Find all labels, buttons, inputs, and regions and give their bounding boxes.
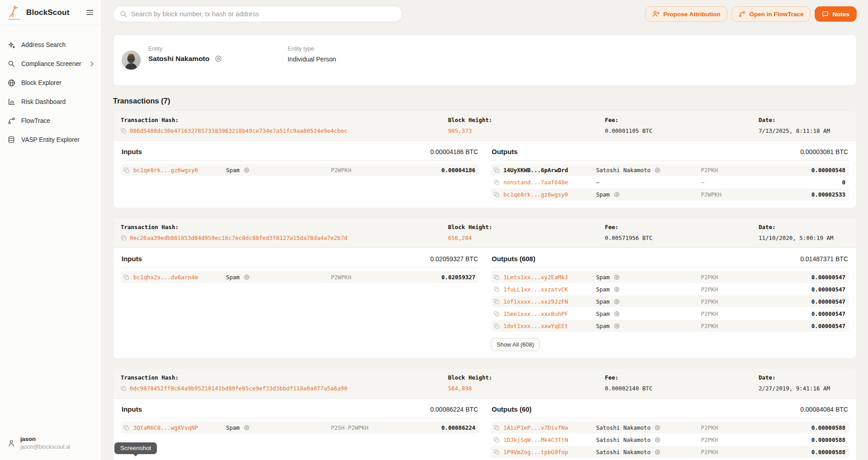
eye-icon[interactable] — [655, 437, 660, 443]
globe-icon — [7, 79, 15, 87]
address-link[interactable]: 1DJkjSqW...Mk4C3TtN — [504, 437, 596, 443]
address-link[interactable]: 1fuLL1xx...xxzatvCK — [504, 286, 596, 293]
sidebar-item-address-search[interactable]: Address Search — [0, 35, 101, 54]
eye-icon[interactable] — [244, 167, 250, 173]
copy-icon[interactable] — [494, 179, 504, 185]
propose-attribution-button[interactable]: Propose Attribution — [645, 6, 727, 22]
copy-icon[interactable] — [494, 449, 504, 455]
copy-icon[interactable] — [494, 299, 504, 305]
transaction-hash-field: Transaction Hash: 086d5408dc30e471632785… — [121, 117, 443, 134]
address-link[interactable]: 14UyXKWB...6pArwDrd — [504, 167, 596, 174]
sidebar-item-compliance-screener[interactable]: Compliance Screener — [0, 54, 101, 73]
eye-icon[interactable] — [614, 299, 620, 305]
sidebar-item-block-explorer[interactable]: Block Explorer — [0, 73, 101, 92]
address-link[interactable]: bc1qe8rk...gz6wgsy0 — [504, 191, 596, 198]
date-value: 7/13/2025, 8:11:18 AM — [759, 127, 830, 134]
address-link[interactable]: 3QtaR6C8...wgXVvqNP — [133, 424, 226, 431]
block-height-value[interactable]: 564,898 — [448, 385, 472, 392]
notes-button[interactable]: Notes — [815, 6, 857, 22]
entity-avatar — [122, 51, 141, 70]
script-type: P2PKH — [701, 274, 776, 281]
sidebar-item-flowtrace[interactable]: FlowTrace — [0, 111, 101, 130]
address-link[interactable]: 1of1xxxx...xxz9JzFN — [504, 298, 596, 305]
outputs-title: Outputs — [492, 148, 518, 155]
address-link[interactable]: bc1qhx2s...dv6arn4m — [133, 274, 226, 281]
copy-icon[interactable] — [494, 192, 504, 197]
copy-icon[interactable] — [123, 167, 133, 173]
attribution-label: Spam — [596, 323, 610, 329]
eye-icon[interactable] — [655, 167, 660, 173]
eye-icon[interactable] — [614, 311, 620, 317]
fee-label: Fee: — [605, 374, 754, 381]
eye-icon[interactable] — [215, 55, 222, 62]
eye-icon[interactable] — [655, 449, 660, 455]
eye-icon[interactable] — [614, 274, 620, 280]
attribution-label: Satoshi Nakamoto — [596, 167, 651, 174]
hamburger-menu-icon[interactable] — [85, 8, 95, 17]
sidebar-item-label: Block Explorer — [21, 80, 61, 86]
user-profile[interactable]: jason jason@blockscout.ai — [0, 429, 101, 460]
script-type: – — [701, 179, 776, 186]
io-row: bc1qhx2s...dv6arn4m Spam P2WPKH 0.020593… — [121, 271, 479, 283]
transaction-hash-value[interactable]: 0dc9878452ff8c64a9b95210141bd80fe85ce9ef… — [130, 385, 348, 392]
copy-icon[interactable] — [123, 274, 133, 280]
transaction-hash-value[interactable]: 086d5408dc30e47163278573383963218b49ce73… — [130, 127, 348, 134]
copy-icon[interactable] — [121, 128, 127, 134]
address-link[interactable]: 1Lets1xx...xy2EaMkJ — [504, 274, 596, 281]
copy-icon[interactable] — [123, 425, 133, 431]
attribution-cell: – — [596, 179, 701, 186]
copy-icon[interactable] — [494, 274, 504, 280]
inputs-rows: bc1qhx2s...dv6arn4m Spam P2WPKH 0.020593… — [121, 271, 479, 283]
eye-icon[interactable] — [655, 425, 660, 431]
io-row: 1See1xxx...xxxBuhPF Spam P2PKH 0.0000054… — [491, 308, 849, 319]
address-link[interactable]: bc1qe8rk...gz6wgsy0 — [133, 167, 226, 174]
sidebar-item-label: Risk Dashboard — [21, 99, 66, 105]
open-in-flowtrace-button[interactable]: Open in FlowTrace — [731, 6, 811, 22]
copy-icon[interactable] — [494, 167, 504, 173]
copy-icon[interactable] — [121, 235, 127, 241]
inputs-total: 0.00004186 BTC — [430, 148, 478, 155]
entity-type-value: Individual Person — [288, 56, 336, 63]
eye-icon[interactable] — [244, 274, 250, 280]
block-height-value[interactable]: 905,373 — [448, 127, 472, 134]
sidebar-item-risk-dashboard[interactable]: Risk Dashboard — [0, 92, 101, 111]
address-link[interactable]: 1dot1xxx...xxwYqEEt — [504, 323, 596, 329]
show-all-button[interactable]: Show All (608) — [491, 338, 540, 351]
fee-value: 0.00571956 BTC — [605, 235, 652, 241]
attribution-cell: Spam — [596, 310, 701, 317]
copy-icon[interactable] — [494, 311, 504, 317]
search-box — [113, 6, 402, 22]
io-row: bc1qe8rk...gz6wgsy0 Spam P2WPKH 0.000025… — [491, 188, 849, 200]
inputs-section: Inputs 0.00004186 BTC bc1qe8rk...gz6wgsy… — [121, 142, 479, 201]
date-field: Date: 11/10/2020, 5:00:19 AM — [759, 224, 849, 241]
copy-icon[interactable] — [494, 425, 504, 431]
attribution-cell: Spam — [596, 286, 701, 293]
address-link[interactable]: 1P9VmZog...tpbG9fop — [504, 449, 596, 455]
eye-icon[interactable] — [614, 323, 620, 329]
entity-card: Entity Satoshi Nakamoto Entity type Indi… — [113, 34, 857, 86]
block-height-field: Block Height: 656,284 — [448, 224, 600, 241]
sidebar-item-vasp-entity-explorer[interactable]: VASP Entity Explorer — [0, 130, 101, 149]
search-input[interactable] — [131, 10, 396, 18]
eye-icon[interactable] — [244, 425, 250, 431]
script-type: P2SH-P2WPKH — [331, 424, 406, 431]
amount: 0.00000547 — [776, 286, 846, 293]
io-row: nonstand...7aaf648e – – 0 — [491, 176, 849, 188]
copy-icon[interactable] — [121, 385, 127, 391]
copy-icon[interactable] — [494, 323, 504, 329]
script-type: P2PKH — [701, 424, 776, 431]
eye-icon[interactable] — [614, 286, 620, 292]
transaction-hash-value[interactable]: 0ec26aa39edb881853d84d959ec16c7ec8dc88fe… — [130, 235, 348, 241]
address-link[interactable]: 1See1xxx...xxxBuhPF — [504, 310, 596, 317]
inputs-title: Inputs — [122, 148, 142, 155]
eye-icon[interactable] — [614, 192, 620, 197]
block-height-value[interactable]: 656,284 — [448, 235, 472, 241]
attribution-label: Spam — [596, 298, 610, 305]
copy-icon[interactable] — [494, 286, 504, 292]
copy-icon[interactable] — [494, 437, 504, 443]
attribution-cell: Spam — [596, 323, 701, 329]
transaction-header: Transaction Hash: 0dc9878452ff8c64a9b952… — [113, 368, 856, 399]
address-link[interactable]: nonstand...7aaf648e — [504, 179, 596, 186]
address-link[interactable]: 1A1zP1eP...v7DivfNa — [504, 424, 596, 431]
attribution-label: Spam — [226, 424, 240, 431]
